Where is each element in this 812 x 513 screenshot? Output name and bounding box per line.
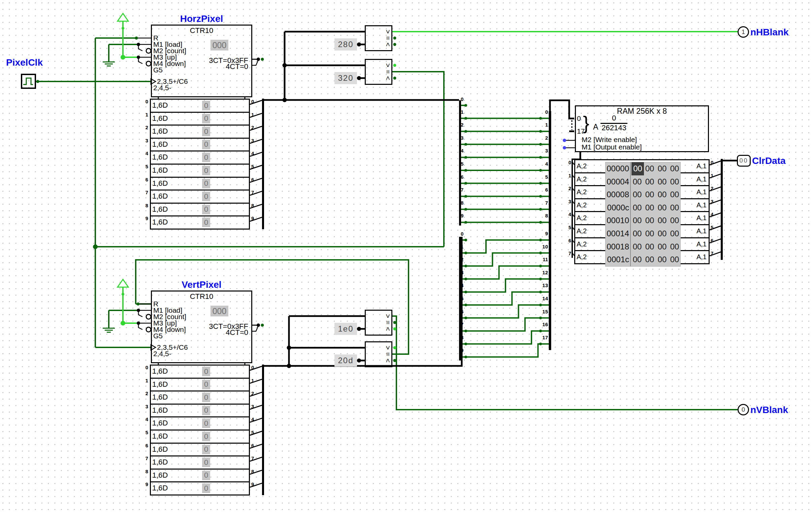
register-value-text: 0 xyxy=(204,179,208,188)
constant-text: 1e0 xyxy=(338,324,353,334)
memory-byte[interactable]: 00 xyxy=(644,201,656,214)
memory-byte[interactable]: 00 xyxy=(632,201,643,214)
nvblank-output[interactable]: 0 xyxy=(737,404,749,415)
register-row-value[interactable]: 0 xyxy=(202,191,210,201)
memory-byte[interactable]: 00 xyxy=(632,253,643,266)
register-row-value[interactable]: 0 xyxy=(202,418,210,428)
register-row-value[interactable]: 0 xyxy=(202,101,210,111)
comparator-constant[interactable]: 320 xyxy=(335,72,357,84)
address-splitter-pin-label: 15 xyxy=(538,309,548,314)
memory-byte[interactable]: 00 xyxy=(669,188,680,201)
memory-byte[interactable]: 00 xyxy=(657,214,668,227)
register-row-value[interactable]: 0 xyxy=(202,127,210,136)
memory-row: 0000400000000 xyxy=(606,175,680,188)
viewer-pin-label-right: 3 xyxy=(710,199,717,204)
register-row-value[interactable]: 0 xyxy=(202,431,210,441)
memory-byte[interactable]: 00 xyxy=(657,227,668,240)
nhblank-value: 1 xyxy=(742,29,745,36)
counter-input-label: G5 xyxy=(153,332,163,340)
memory-byte[interactable]: 00 xyxy=(632,188,643,201)
register-value-text: 0 xyxy=(204,484,208,493)
register-row-label: 1,6D xyxy=(152,472,168,479)
memory-byte[interactable]: 00 xyxy=(644,188,656,201)
memory-byte[interactable]: 00 xyxy=(669,162,680,175)
register-row-label: 1,6D xyxy=(152,153,168,161)
memory-byte[interactable]: 00 xyxy=(669,240,680,253)
register-row-value[interactable]: 0 xyxy=(202,457,210,467)
memory-byte[interactable]: 00 xyxy=(657,175,668,188)
register-value-text: 0 xyxy=(204,471,208,480)
register-row-value[interactable]: 0 xyxy=(202,367,210,376)
memory-byte[interactable]: 00 xyxy=(669,227,680,240)
register-row-label: 1,6D xyxy=(152,432,168,440)
memory-byte[interactable]: 00 xyxy=(632,175,643,188)
register-pin-label-left: 8 xyxy=(142,469,148,474)
register-row-value[interactable]: 0 xyxy=(202,217,210,227)
memory-byte[interactable]: 00 xyxy=(644,214,656,227)
counter-value[interactable]: 000 xyxy=(210,306,228,316)
register-value-text: 0 xyxy=(204,419,208,428)
register-pin-label-left: 5 xyxy=(142,164,148,169)
comparator-constant[interactable]: 20d xyxy=(335,355,357,367)
viewer-row-left-label: A,2 xyxy=(577,227,587,235)
viewer-pin-label-left: 0 xyxy=(565,160,571,165)
counter-down-label: 2,4,5- xyxy=(153,350,171,358)
address-splitter-pin-label: 4 xyxy=(538,161,548,167)
register-pin-label-right: 3 xyxy=(251,404,257,409)
register-pin-label-left: 6 xyxy=(142,443,148,448)
splitter-pin-label: 0 xyxy=(461,97,463,102)
memory-address: 00004 xyxy=(606,175,629,188)
memory-byte[interactable]: 00 xyxy=(644,253,656,266)
register-pin-label-left: 4 xyxy=(142,151,148,156)
memory-byte[interactable]: 00 xyxy=(669,214,680,227)
viewer-pin-label-right: 5 xyxy=(710,225,717,230)
register-row-value[interactable]: 0 xyxy=(202,114,210,124)
register-row-value[interactable]: 0 xyxy=(202,205,210,214)
register-row-value[interactable]: 0 xyxy=(202,165,210,175)
memory-byte[interactable]: 00 xyxy=(644,240,656,253)
memory-byte[interactable]: 00 xyxy=(657,253,668,266)
register-row-value[interactable]: 0 xyxy=(202,392,210,402)
clrdata-output[interactable]: 00 xyxy=(737,155,751,167)
memory-byte[interactable]: 00 xyxy=(657,188,668,201)
register-row-value[interactable]: 0 xyxy=(202,179,210,188)
register-row-value[interactable]: 0 xyxy=(202,483,210,493)
ram-contents-popup[interactable]: 0000000000000000040000000000008000000000… xyxy=(605,162,680,267)
memory-byte[interactable]: 00 xyxy=(669,253,680,266)
memory-byte[interactable]: 00 xyxy=(644,227,656,240)
register-value-text: 0 xyxy=(204,406,208,415)
register-row-value[interactable]: 0 xyxy=(202,140,210,149)
nhblank-output[interactable]: 1 xyxy=(737,26,749,38)
memory-byte[interactable]: 00 xyxy=(644,162,656,175)
counter-value[interactable]: 000 xyxy=(210,40,228,51)
register-pin-label-left: 4 xyxy=(142,417,148,422)
memory-byte[interactable]: 00 xyxy=(657,240,668,253)
memory-byte[interactable]: 00 xyxy=(632,227,643,240)
memory-byte[interactable]: 00 xyxy=(644,175,656,188)
memory-byte[interactable]: 00 xyxy=(632,240,643,253)
memory-byte-selected[interactable]: 00 xyxy=(632,162,644,175)
memory-row: 0001c00000000 xyxy=(606,253,680,266)
register-row-label: 1,6D xyxy=(152,192,168,200)
register-row-value[interactable]: 0 xyxy=(202,152,210,162)
comparator-constant[interactable]: 280 xyxy=(335,38,357,51)
memory-byte[interactable]: 00 xyxy=(657,162,668,175)
register-value-text: 0 xyxy=(204,166,208,175)
register-row-label: 1,6D xyxy=(152,419,168,427)
register-value-text: 0 xyxy=(204,218,208,227)
viewer-pin-label-left: 3 xyxy=(565,199,571,204)
comparator-constant[interactable]: 1e0 xyxy=(335,323,357,335)
register-row-value[interactable]: 0 xyxy=(202,380,210,389)
nhblank-label: nHBlank xyxy=(750,27,789,38)
memory-byte[interactable]: 00 xyxy=(632,214,643,227)
schematic-canvas[interactable]: RAM 256K x 8 0 17 } A 0 262143 M2 [Write… xyxy=(0,0,812,513)
memory-byte[interactable]: 00 xyxy=(657,201,668,214)
register-row-value[interactable]: 0 xyxy=(202,445,210,454)
register-row-value[interactable]: 0 xyxy=(202,405,210,415)
register-pin-label-right: 9 xyxy=(251,482,257,487)
memory-byte[interactable]: 00 xyxy=(669,175,680,188)
address-splitter-pin-label: 16 xyxy=(538,322,548,327)
register-row-value[interactable]: 0 xyxy=(202,471,210,480)
memory-byte[interactable]: 00 xyxy=(669,201,680,214)
register-pin-label-left: 0 xyxy=(142,99,148,104)
